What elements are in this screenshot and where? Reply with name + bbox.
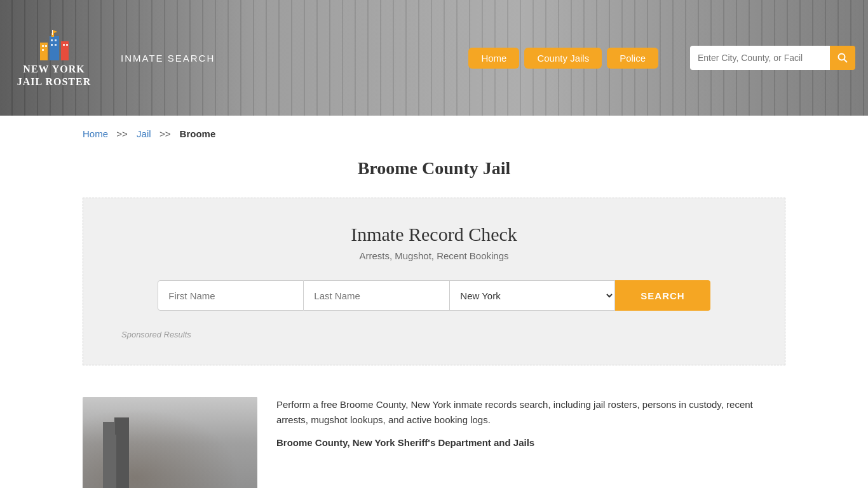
first-name-input[interactable] [158,280,304,311]
county-image [83,397,257,488]
header-search-area [690,46,855,70]
record-check-subtitle: Arrests, Mugshot, Recent Bookings [121,250,747,261]
inmate-search-button[interactable]: SEARCH [615,280,710,311]
last-name-input[interactable] [304,280,450,311]
svg-rect-6 [42,49,44,51]
header-search-input[interactable] [690,46,830,70]
svg-rect-11 [63,44,65,46]
page-title: Broome County Jail [0,158,868,179]
breadcrumb-jail-link[interactable]: Jail [137,128,151,139]
bottom-subtitle-link: Broome County, New York Sheriff's Depart… [276,435,785,451]
svg-rect-9 [51,44,53,46]
svg-rect-8 [55,39,57,41]
breadcrumb-home-link[interactable]: Home [83,128,108,139]
record-check-section: Inmate Record Check Arrests, Mugshot, Re… [83,198,785,365]
svg-rect-7 [51,39,53,41]
breadcrumb-current: Broome [180,128,216,139]
bottom-description: Perform a free Broome County, New York i… [276,397,785,428]
svg-rect-12 [66,44,68,46]
svg-rect-4 [42,45,44,47]
nav-home-button[interactable]: Home [468,48,519,69]
svg-marker-14 [53,30,57,34]
logo-text: NEW YORK JAIL ROSTER [17,63,91,87]
header-search-button[interactable] [830,46,855,70]
site-header: NEW YORK JAIL ROSTER INMATE SEARCH Home … [0,0,868,116]
svg-point-15 [839,54,845,60]
sponsored-results-label: Sponsored Results [121,330,747,339]
bottom-text-area: Perform a free Broome County, New York i… [276,397,785,458]
breadcrumb: Home >> Jail >> Broome [0,116,868,152]
breadcrumb-sep-2: >> [157,128,171,139]
record-check-title: Inmate Record Check [121,224,747,245]
breadcrumb-sep-1: >> [114,128,128,139]
nav-county-jails-button[interactable]: County Jails [524,48,602,69]
main-nav: Home County Jails Police [468,48,658,69]
svg-rect-10 [55,44,57,46]
bottom-content-section: Perform a free Broome County, New York i… [0,384,868,488]
svg-line-16 [844,60,848,63]
inmate-search-form: New York Alabama Alaska Arizona Arkansas… [121,280,747,311]
search-icon [837,53,848,63]
nav-police-button[interactable]: Police [607,48,658,69]
svg-rect-5 [45,45,47,47]
svg-rect-13 [52,30,53,35]
page-title-section: Broome County Jail [0,152,868,198]
state-select[interactable]: New York Alabama Alaska Arizona Arkansas… [450,280,615,311]
inmate-search-label: INMATE SEARCH [121,53,215,64]
logo-icon [35,28,73,63]
logo[interactable]: NEW YORK JAIL ROSTER [13,28,95,87]
